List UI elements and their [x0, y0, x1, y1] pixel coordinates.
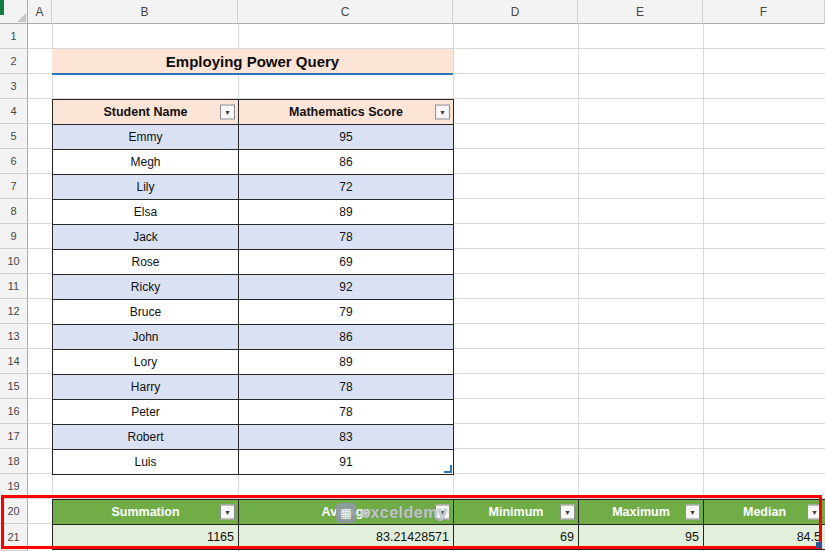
student-name-cell[interactable]: Lory — [53, 350, 239, 375]
select-all-triangle — [17, 13, 26, 22]
table-row: Jack 78 — [53, 225, 454, 250]
row-header-21[interactable]: 21 — [0, 524, 28, 551]
table-row: Lory 89 — [53, 350, 454, 375]
student-name-cell[interactable]: Peter — [53, 400, 239, 425]
summary-value-row: 1165 83.21428571 69 95 84.5 — [53, 525, 825, 550]
student-name-cell[interactable]: Jack — [53, 225, 239, 250]
column-header-a[interactable]: A — [28, 0, 52, 24]
maximum-header-label: Maximum — [612, 505, 670, 519]
math-score-header-cell[interactable]: Mathematics Score ▼ — [239, 100, 454, 125]
student-table: Student Name ▼ Mathematics Score ▼ Emmy … — [52, 99, 454, 475]
row-header-10[interactable]: 10 — [0, 249, 28, 274]
student-name-cell[interactable]: Harry — [53, 375, 239, 400]
student-name-cell[interactable]: Megh — [53, 150, 239, 175]
median-value-cell[interactable]: 84.5 — [704, 525, 825, 550]
table-row: Megh 86 — [53, 150, 454, 175]
summation-header-label: Summation — [111, 505, 179, 519]
column-header-f[interactable]: F — [703, 0, 825, 24]
row-header-20[interactable]: 20 — [0, 499, 28, 524]
row-header-7[interactable]: 7 — [0, 174, 28, 199]
score-cell[interactable]: 89 — [239, 200, 454, 225]
row-header-13[interactable]: 13 — [0, 324, 28, 349]
student-name-header-label: Student Name — [103, 105, 187, 119]
summation-header-cell[interactable]: Summation ▼ — [53, 500, 239, 525]
gridline-vertical — [703, 24, 704, 551]
row-header-1[interactable]: 1 — [0, 24, 28, 49]
table-row: Bruce 79 — [53, 300, 454, 325]
window-edge — [0, 0, 4, 15]
student-name-cell[interactable]: Robert — [53, 425, 239, 450]
row-header-6[interactable]: 6 — [0, 149, 28, 174]
filter-button-math-score[interactable]: ▼ — [435, 105, 450, 120]
maximum-value-cell[interactable]: 95 — [579, 525, 704, 550]
score-cell[interactable]: 86 — [239, 325, 454, 350]
row-header-4[interactable]: 4 — [0, 99, 28, 124]
score-cell[interactable]: 89 — [239, 350, 454, 375]
score-cell[interactable]: 78 — [239, 375, 454, 400]
score-cell[interactable]: 78 — [239, 225, 454, 250]
summary-table: Summation ▼ Average ▼ Minimum ▼ Maximum … — [52, 499, 825, 550]
score-cell[interactable]: 83 — [239, 425, 454, 450]
summation-value-cell[interactable]: 1165 — [53, 525, 239, 550]
column-header-c[interactable]: C — [238, 0, 453, 24]
table-row: John 86 — [53, 325, 454, 350]
column-header-b[interactable]: B — [52, 0, 238, 24]
minimum-header-cell[interactable]: Minimum ▼ — [454, 500, 579, 525]
row-header-3[interactable]: 3 — [0, 74, 28, 99]
row-header-12[interactable]: 12 — [0, 299, 28, 324]
score-cell[interactable]: 92 — [239, 275, 454, 300]
student-name-cell[interactable]: Rose — [53, 250, 239, 275]
student-name-cell[interactable]: Emmy — [53, 125, 239, 150]
score-cell[interactable]: 78 — [239, 400, 454, 425]
score-cell[interactable]: 79 — [239, 300, 454, 325]
select-all-corner[interactable] — [0, 0, 28, 24]
row-header-14[interactable]: 14 — [0, 349, 28, 374]
average-header-cell[interactable]: Average ▼ — [239, 500, 454, 525]
filter-button-student-name[interactable]: ▼ — [220, 105, 235, 120]
score-cell[interactable]: 91 — [239, 450, 454, 475]
row-header-5[interactable]: 5 — [0, 124, 28, 149]
summary-header-row: Summation ▼ Average ▼ Minimum ▼ Maximum … — [53, 500, 825, 525]
score-cell[interactable]: 86 — [239, 150, 454, 175]
table-row: Rose 69 — [53, 250, 454, 275]
average-value-cell[interactable]: 83.21428571 — [239, 525, 454, 550]
row-header-2[interactable]: 2 — [0, 49, 28, 74]
row-header-18[interactable]: 18 — [0, 449, 28, 474]
excel-spreadsheet: A B C D E F 1 2 3 4 5 6 7 8 9 10 11 12 1… — [0, 0, 825, 551]
column-header-d[interactable]: D — [453, 0, 578, 24]
column-header-e[interactable]: E — [578, 0, 703, 24]
median-header-label: Median — [743, 505, 786, 519]
filter-button-average[interactable]: ▼ — [435, 505, 450, 520]
filter-button-maximum[interactable]: ▼ — [685, 505, 700, 520]
score-cell[interactable]: 95 — [239, 125, 454, 150]
filter-button-summation[interactable]: ▼ — [220, 505, 235, 520]
fill-handle[interactable] — [816, 542, 822, 548]
row-header-11[interactable]: 11 — [0, 274, 28, 299]
student-table-header-row: Student Name ▼ Mathematics Score ▼ — [53, 100, 454, 125]
student-name-cell[interactable]: Lily — [53, 175, 239, 200]
table-row: Luis 91 — [53, 450, 454, 475]
row-header-9[interactable]: 9 — [0, 224, 28, 249]
student-name-header-cell[interactable]: Student Name ▼ — [53, 100, 239, 125]
filter-button-median[interactable]: ▼ — [807, 505, 822, 520]
student-name-cell[interactable]: Luis — [53, 450, 239, 475]
student-name-cell[interactable]: John — [53, 325, 239, 350]
math-score-header-label: Mathematics Score — [289, 105, 403, 119]
score-cell[interactable]: 69 — [239, 250, 454, 275]
maximum-header-cell[interactable]: Maximum ▼ — [579, 500, 704, 525]
filter-button-minimum[interactable]: ▼ — [560, 505, 575, 520]
median-header-cell[interactable]: Median ▼ — [704, 500, 825, 525]
row-header-8[interactable]: 8 — [0, 199, 28, 224]
worksheet-title[interactable]: Employing Power Query — [52, 49, 453, 75]
row-header-19[interactable]: 19 — [0, 474, 28, 499]
row-header-17[interactable]: 17 — [0, 424, 28, 449]
student-name-cell[interactable]: Ricky — [53, 275, 239, 300]
table-row: Harry 78 — [53, 375, 454, 400]
row-header-15[interactable]: 15 — [0, 374, 28, 399]
score-cell[interactable]: 72 — [239, 175, 454, 200]
student-name-cell[interactable]: Bruce — [53, 300, 239, 325]
table-resize-handle[interactable] — [444, 465, 452, 473]
minimum-value-cell[interactable]: 69 — [454, 525, 579, 550]
student-name-cell[interactable]: Elsa — [53, 200, 239, 225]
row-header-16[interactable]: 16 — [0, 399, 28, 424]
